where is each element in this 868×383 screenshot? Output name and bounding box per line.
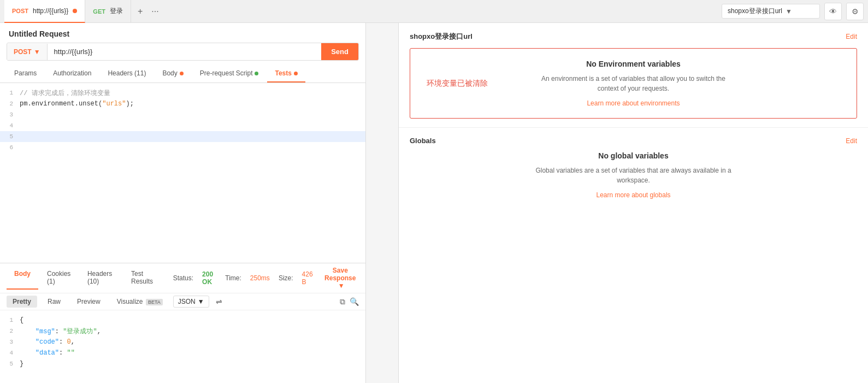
env-cleared-message: 环境变量已被清除 [427,79,488,89]
code-line-2: 2 pm.environment.unset("urls"); [0,98,365,109]
post-tab-dot [73,9,77,13]
tab-actions: + ··· [131,4,166,19]
post-tab-url: http://{{urls}} [33,7,68,15]
response-header: Body Cookies (1) Headers (10) Test Resul… [0,263,365,293]
visualize-format-button[interactable]: Visualize BETA [111,296,169,308]
request-title: Untitled Request [0,23,365,43]
post-tab[interactable]: POST http://{{urls}} [4,0,85,23]
send-button[interactable]: Send [321,43,358,60]
code-line-3: 3 [0,109,365,120]
learn-env-link[interactable]: Learn more about environments [587,99,680,107]
env-section-header: shopxo登录接口url Edit [410,32,857,42]
resp-line-1: 1 { [0,315,365,326]
tab-body[interactable]: Body [155,65,191,83]
env-selector[interactable]: shopxo登录接口url ▼ [722,4,820,19]
json-chevron-icon: ▼ [198,298,204,305]
globals-section: Globals Edit No global variables Global … [399,128,868,208]
globals-header: Globals Edit [410,137,857,145]
post-method-label: POST [12,8,28,14]
resp-line-4: 4 "data": "" [0,347,365,358]
gear-icon-button[interactable]: ⚙ [846,3,864,20]
environment-section: shopxo登录接口url Edit 环境变量已被清除 No Environme… [399,23,868,128]
tab-params[interactable]: Params [7,65,44,83]
code-line-1: 1 // 请求完成后，清除环境变量 [0,87,365,98]
response-format-bar: Pretty Raw Preview Visualize BETA JSON ▼… [0,293,365,310]
response-status: Status: 200 OK Time: 250ms Size: 426 B S… [173,267,359,290]
no-env-box: 环境变量已被清除 No Environment variables An env… [410,48,857,119]
code-line-6: 6 [0,142,365,153]
tab-headers[interactable]: Headers (11) [100,65,153,83]
tab-tests[interactable]: Tests [267,65,305,83]
raw-format-button[interactable]: Raw [42,296,67,308]
beta-badge: BETA [146,299,163,305]
no-globals-desc: Global variables are a set of variables … [410,166,857,185]
preview-format-button[interactable]: Preview [71,296,107,308]
get-tab[interactable]: GET 登录 [85,0,131,23]
response-area: Body Cookies (1) Headers (10) Test Resul… [0,263,365,383]
body-dot-icon [180,72,184,75]
globals-edit-link[interactable]: Edit [846,137,857,145]
no-globals-title: No global variables [410,151,857,160]
save-response-button[interactable]: Save Response ▼ [322,267,359,290]
response-tabs: Body Cookies (1) Headers (10) Test Resul… [7,267,164,290]
method-select[interactable]: POST ▼ [7,44,48,60]
get-method-label: GET [93,8,105,15]
copy-response-button[interactable]: ⧉ [340,297,345,307]
status-label-text: Status: [173,274,193,282]
status-value: 200 OK [202,270,216,286]
response-icons: ⧉ 🔍 [340,297,359,307]
more-tabs-button[interactable]: ··· [149,4,161,19]
tab-prerequest[interactable]: Pre-request Script [192,65,267,83]
json-format-select[interactable]: JSON ▼ [173,296,209,308]
resp-line-2: 2 "msg": "登录成功", [0,326,365,337]
learn-globals-link[interactable]: Learn more about globals [596,191,670,199]
tab-authorization[interactable]: Authorization [45,65,99,83]
prerequest-dot-icon [255,72,258,75]
code-line-1-content: // 请求完成后，清除环境变量 [20,89,110,98]
chevron-down-icon: ▼ [786,8,792,15]
tab-bar: POST http://{{urls}} GET 登录 + ··· shopxo… [0,0,868,23]
eye-icon-button[interactable]: 👁 [824,3,842,20]
globals-title: Globals [410,137,436,145]
time-label: Time: [225,274,241,282]
request-tabs: Params Authorization Headers (11) Body P… [0,65,365,83]
main-layout: Untitled Request POST ▼ Send Params Auth… [0,23,868,383]
resp-tab-headers[interactable]: Headers (10) [80,267,122,290]
code-line-2-content: pm.environment.unset("urls"); [20,100,134,108]
url-input[interactable] [48,43,322,60]
no-env-title: No Environment variables [421,60,846,68]
env-selector-label: shopxo登录接口url [728,7,782,16]
resp-tab-body[interactable]: Body [7,267,38,290]
right-panel: shopxo登录接口url Edit 环境变量已被清除 No Environme… [398,23,868,383]
time-value: 250ms [250,274,270,282]
code-editor[interactable]: 1 // 请求完成后，清除环境变量 2 pm.environment.unset… [0,83,365,263]
response-code: 1 { 2 "msg": "登录成功", 3 "code": 0, 4 "dat… [0,310,365,383]
wrap-icon[interactable]: ⇌ [216,297,222,306]
size-value: 426 B [302,270,313,286]
resp-tab-testresults[interactable]: Test Results [123,267,164,290]
resp-line-3: 3 "code": 0, [0,337,365,347]
env-section-title: shopxo登录接口url [410,32,473,42]
code-line-4: 4 [0,120,365,131]
url-bar: POST ▼ Send [7,43,359,61]
get-tab-label: 登录 [110,7,123,16]
resp-line-5: 5 } [0,358,365,369]
search-response-button[interactable]: 🔍 [350,297,359,306]
pretty-format-button[interactable]: Pretty [7,296,37,308]
method-chevron-icon: ▼ [34,48,40,56]
code-line-5: 5 [0,131,365,142]
tests-dot-icon [294,72,298,75]
add-tab-button[interactable]: + [135,4,145,19]
left-panel: Untitled Request POST ▼ Send Params Auth… [0,23,366,383]
resp-tab-cookies[interactable]: Cookies (1) [39,267,79,290]
size-label: Size: [279,274,293,282]
env-bar: shopxo登录接口url ▼ 👁 ⚙ [722,3,864,20]
method-value: POST [14,48,32,56]
env-edit-link[interactable]: Edit [846,33,857,40]
